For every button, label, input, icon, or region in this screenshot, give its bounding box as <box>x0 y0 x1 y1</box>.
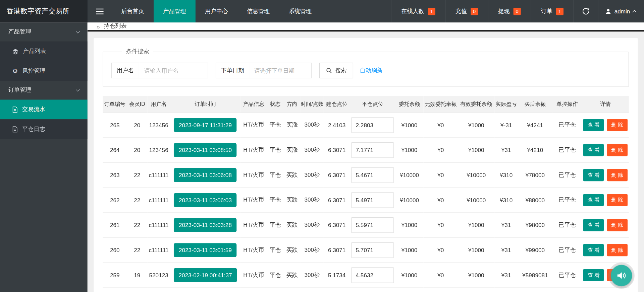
view-button[interactable]: 查 看 <box>583 169 604 181</box>
stat-recharge[interactable]: 充值 0 <box>445 0 488 22</box>
sidebar-item-trade-flow[interactable]: 交易流水 <box>0 100 88 120</box>
view-button[interactable]: 查 看 <box>583 194 604 206</box>
order-id: 259 <box>103 263 127 288</box>
username: c111111 <box>147 162 170 188</box>
valid-entrust-balance: ¥1000 <box>458 237 495 263</box>
customer-service-float-button[interactable] <box>611 265 632 286</box>
orders-table-body: 265201234562023-09-17 11:31:29HT/火币平仓买涨3… <box>103 113 629 288</box>
sidebar-group-product-management[interactable]: 产品管理 <box>0 22 88 41</box>
entrust-balance: ¥10000 <box>395 188 424 213</box>
valid-entrust-balance: ¥1000 <box>458 263 495 288</box>
chevron-down-icon <box>76 29 80 33</box>
close-point-input[interactable] <box>351 142 394 158</box>
duration: 300秒 <box>301 137 324 162</box>
close-point-input[interactable] <box>351 167 394 183</box>
order-time-button[interactable]: 2023-03-11 03:03:28 <box>174 218 236 232</box>
member-id: 22 <box>127 237 147 263</box>
nav-item-info-management[interactable]: 信息管理 <box>237 0 279 22</box>
row-actions: 查 看删 除 <box>582 237 629 263</box>
column-header: 方向 <box>284 96 301 113</box>
entrust-balance: ¥1000 <box>395 212 424 237</box>
open-point: 5.1734 <box>324 263 350 288</box>
delete-button[interactable]: 删 除 <box>607 194 628 206</box>
delete-button[interactable]: 删 除 <box>607 119 628 131</box>
entrust-balance: ¥1000 <box>395 237 424 263</box>
order-date-input[interactable] <box>249 63 312 78</box>
view-button[interactable]: 查 看 <box>583 219 604 231</box>
close-point-input[interactable] <box>351 192 394 208</box>
close-point-input[interactable] <box>351 242 394 258</box>
invalid-entrust-balance: ¥0 <box>424 263 458 288</box>
admin-app: 香港数字资产交易所 后台首页 产品管理 用户中心 信息管理 系统管理 在线人数 … <box>0 0 644 292</box>
app-title: 香港数字资产交易所 <box>0 0 88 22</box>
duration: 300秒 <box>301 188 324 213</box>
view-button[interactable]: 查 看 <box>583 119 604 131</box>
delete-button[interactable]: 删 除 <box>607 219 628 231</box>
username: c111111 <box>147 188 170 213</box>
column-header: 无效委托余额 <box>424 96 458 113</box>
stat-online-users[interactable]: 在线人数 1 <box>391 0 445 22</box>
direction: 买涨 <box>284 113 301 138</box>
username-input[interactable] <box>139 63 208 78</box>
actual-profit: ¥31 <box>495 212 518 237</box>
balance-after: ¥78000 <box>518 162 553 188</box>
entrust-balance: ¥1000 <box>395 113 424 138</box>
order-time-button[interactable]: 2023-09-17 11:31:29 <box>174 118 236 132</box>
sidebar-item-close-log[interactable]: 平仓日志 <box>0 119 88 139</box>
order-time-button[interactable]: 2023-03-11 03:06:08 <box>174 168 236 182</box>
breadcrumb-arrow-icon: » <box>97 23 100 30</box>
order-id: 265 <box>103 113 127 138</box>
column-header: 建仓点位 <box>324 96 350 113</box>
control-status: 已平仓 <box>552 188 582 213</box>
hamburger-menu-icon[interactable] <box>88 0 112 22</box>
nav-item-user-center[interactable]: 用户中心 <box>196 0 237 22</box>
nav-item-system-management[interactable]: 系统管理 <box>279 0 321 22</box>
person-icon <box>605 8 612 15</box>
user-menu[interactable]: admin <box>598 0 644 22</box>
column-header: 会员ID <box>127 96 147 113</box>
open-point: 6.3071 <box>324 212 350 237</box>
close-point-input[interactable] <box>351 217 394 233</box>
view-button[interactable]: 查 看 <box>583 269 604 281</box>
nav-item-dashboard[interactable]: 后台首页 <box>112 0 154 22</box>
delete-button[interactable]: 删 除 <box>607 144 628 156</box>
username: c111111 <box>147 237 170 263</box>
order-date-filter-group: 下单日期 <box>216 63 312 78</box>
delete-button[interactable]: 删 除 <box>607 169 628 181</box>
delete-button[interactable]: 删 除 <box>607 244 628 256</box>
search-panel: 条件搜索 用户名 下单日期 <box>103 48 629 87</box>
valid-entrust-balance: ¥10000 <box>458 162 495 188</box>
sidebar-group-label: 订单管理 <box>8 86 31 94</box>
control-status: 已平仓 <box>552 237 582 263</box>
member-id: 22 <box>127 162 147 188</box>
sidebar-item-risk-management[interactable]: ⚙ 风控管理 <box>0 61 88 81</box>
order-status: 平仓 <box>267 212 284 237</box>
auto-refresh-link[interactable]: 自动刷新 <box>360 67 383 74</box>
refresh-button[interactable] <box>573 0 598 22</box>
view-button[interactable]: 查 看 <box>583 244 604 256</box>
search-button[interactable]: 搜索 <box>319 63 353 78</box>
order-time-button[interactable]: 2023-02-19 00:41:37 <box>174 268 237 282</box>
search-panel-legend: 条件搜索 <box>122 48 153 55</box>
product-info: HT/火币 <box>240 137 267 162</box>
view-button[interactable]: 查 看 <box>583 144 604 156</box>
order-time-button[interactable]: 2023-03-11 03:06:03 <box>174 193 236 207</box>
sidebar-item-product-list[interactable]: 产品列表 <box>0 42 88 61</box>
order-time-button[interactable]: 2023-03-11 03:08:50 <box>174 143 236 157</box>
stat-withdraw[interactable]: 提现 0 <box>488 0 531 22</box>
column-header: 订单编号 <box>103 96 127 113</box>
order-status: 平仓 <box>267 263 284 288</box>
duration: 300秒 <box>301 237 324 263</box>
nav-item-product-management[interactable]: 产品管理 <box>154 0 196 22</box>
close-point-input[interactable] <box>351 267 394 283</box>
stat-orders[interactable]: 订单 1 <box>531 0 573 22</box>
open-point: 6.3071 <box>324 237 350 263</box>
open-point: 6.3071 <box>324 162 350 188</box>
close-point-input[interactable] <box>351 117 394 133</box>
actual-profit: ¥31 <box>495 263 518 288</box>
sidebar-group-order-management[interactable]: 订单管理 <box>0 81 88 99</box>
product-info: HT/火币 <box>240 263 267 288</box>
orders-table: 订单编号会员ID用户名订单时间产品信息状态方向时间/点数建仓点位平仓点位委托余额… <box>103 96 629 288</box>
order-time-button[interactable]: 2023-03-11 03:01:59 <box>174 243 236 257</box>
valid-entrust-balance: ¥10000 <box>458 188 495 213</box>
